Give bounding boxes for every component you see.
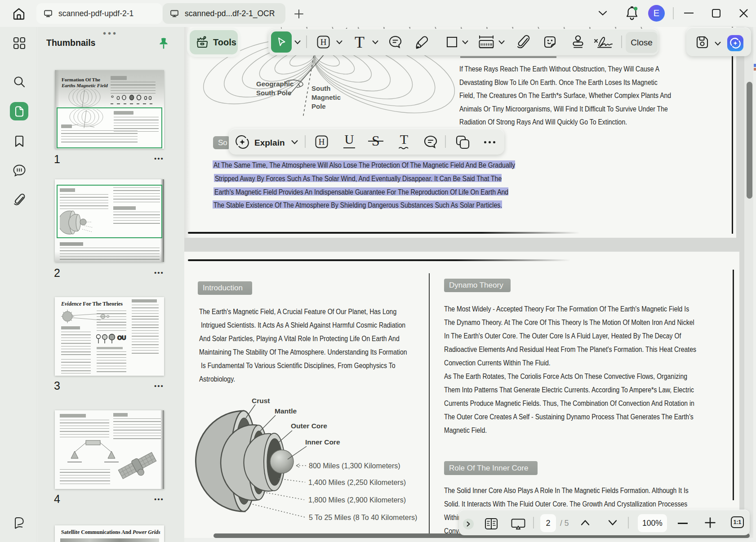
svg-text:Pole: Pole [311,102,326,110]
svg-text:Geographic: Geographic [256,80,294,88]
svg-text:5 To 25 Miles (8 To 40 Kilomet: 5 To 25 Miles (8 To 40 Kilometers) [309,514,417,521]
svg-text:800 Miles (1,300 Kilometers): 800 Miles (1,300 Kilometers) [309,462,400,470]
svg-text:H: H [320,37,327,47]
svg-text:Crust: Crust [252,397,270,404]
svg-text:South: South [311,84,331,92]
svg-text:South Pole: South Pole [256,89,291,97]
svg-text:Mantle: Mantle [275,407,297,415]
svg-text:1,400 Miles (2,250 Kilometers): 1,400 Miles (2,250 Kilometers) [308,479,406,486]
svg-text:H: H [319,137,325,147]
svg-text:OU: OU [117,334,126,341]
svg-text:Magnetic: Magnetic [311,93,341,101]
svg-text:Inner Core: Inner Core [305,438,340,446]
svg-text:Outer Core: Outer Core [291,422,327,430]
svg-text:1,800 Miles (2,900 Kilometers): 1,800 Miles (2,900 Kilometers) [308,496,406,504]
